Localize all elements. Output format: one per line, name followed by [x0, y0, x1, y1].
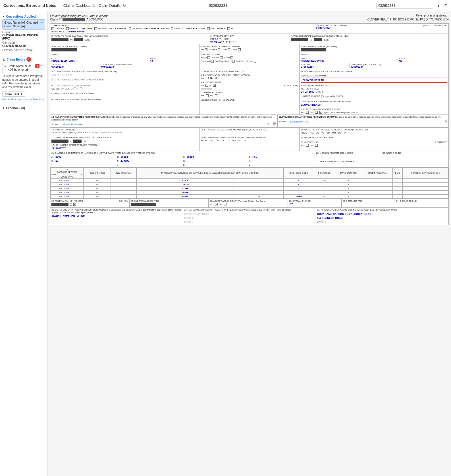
cell-section2: 2. PATIENT'S NAME (Last Name, First Name…	[50, 34, 209, 44]
form-row-4: 9. OTHER INSURED'S NAME (Last Name, Firs…	[50, 69, 448, 115]
s29-label: 29. $ AMOUNT PAID	[343, 200, 394, 202]
field-link-primary-insurance[interactable]: PrimaryInsurance.GroupName →	[2, 98, 45, 101]
form-row-14-16: 14. DATE OF CURRENT ILLNESS (First Sympt…	[50, 128, 448, 135]
other-id-label: ID	[230, 27, 233, 30]
relationship-row: Self X Spouse Child	[201, 48, 298, 51]
s10b-boxes: Yes No X	[201, 84, 216, 87]
s20-boxes: Yes No	[301, 144, 447, 147]
show-field-label: Show Field	[5, 92, 19, 95]
champus-label-item: CHAMPUS	[81, 27, 92, 30]
s21-g-label: G	[183, 160, 185, 162]
other-status-item[interactable]: Other	[224, 56, 233, 59]
s21-b: B Z6823	[117, 155, 182, 158]
section9-name-fields: Last First MI Suffix	[51, 74, 198, 76]
funnel-icon[interactable]: ⚗	[444, 3, 448, 8]
s22b-cell: ORIGINAL REF. NO.	[382, 152, 447, 158]
section5-label: 5. PATIENT'S ADDRESS (No. Street)	[51, 45, 198, 48]
s17b-label: 17b. ID NUMBER OF REFERRING PHYSICIAN	[51, 144, 198, 146]
section8-label: 8. PATIENT STATUS	[201, 53, 298, 56]
error-description: This payer does not allow group names to…	[2, 74, 45, 89]
s10b-yes: Yes	[201, 84, 204, 87]
show-field-button[interactable]: Show Field ▼	[2, 91, 25, 97]
city-cell: CITY RIDGEFIELD PARK	[51, 57, 148, 62]
calendar-icon-12[interactable]: 📅	[272, 122, 276, 126]
filter-icon[interactable]: ▼	[437, 3, 440, 8]
champus-label: CHAMPUS	[81, 27, 92, 30]
s11d-x-box: X	[319, 111, 322, 114]
medicare-checkbox[interactable]: X Medicare	[51, 27, 64, 30]
employed-item[interactable]: Employed	[201, 60, 214, 63]
s11c-label: c. INSURANCE PLAN NAME OR PROGRAM NAME	[301, 100, 447, 103]
correction-item-group-name[interactable]: Group Name [A]: Changed Group Name [A] ▲	[2, 19, 45, 30]
fulltime-item[interactable]: Full-Time Student	[215, 60, 235, 63]
main-content: FinMed processing status: Claim is clean…	[48, 11, 451, 476]
s21-k-label: K	[183, 164, 184, 166]
section12-label: 12. PATIENT'S OR AUTHORIZED PERSON'S SIG…	[51, 116, 276, 121]
svc-days-1: 1	[335, 182, 362, 186]
refresh-icon[interactable]: ↻	[123, 3, 126, 8]
s11a-dd-val: 03	[305, 90, 307, 93]
state-dropdown[interactable]	[201, 88, 212, 90]
s11a-mm: MM	[301, 88, 304, 90]
service-table-body: 05 17 2023 11 93000 A 50 1 05 17 2023 11…	[51, 178, 448, 198]
section9-label: 9. OTHER INSURED'S NAME (Last Name, Firs…	[51, 70, 198, 73]
section7-address	[301, 48, 447, 52]
errors-chevron-icon: ▲	[2, 58, 5, 61]
married-item[interactable]: Married	[212, 56, 223, 59]
corrections-applied-header[interactable]: ▲ Corrections Applied	[2, 14, 45, 19]
parttime-item[interactable]: Part-Time Student	[236, 60, 256, 63]
sex-m-label: M	[226, 41, 228, 43]
col-g-header: DAYS OR UNITS	[335, 167, 362, 178]
feedback-header[interactable]: ▼ Feedback (0)	[2, 105, 45, 111]
s9b-yy: YY	[61, 88, 64, 90]
svc-type-0	[111, 178, 137, 182]
s32-line3: Street 2	[184, 220, 314, 224]
form-row-signatures: 12. PATIENT'S OR AUTHORIZED PERSON'S SIG…	[50, 115, 448, 128]
s9c-label: c. EMPLOYER'S NAME OR SCHOOL NAME	[51, 92, 198, 95]
svc-epsdt-3	[362, 190, 393, 194]
self-label: Self	[201, 48, 205, 51]
feca-ssn-item: SSN	[207, 27, 215, 30]
cell-section3: 3. PATIENT'S BIRTHDAY MM DD YY SEX 04 03…	[209, 34, 290, 44]
edit-icon-12[interactable]: ✎	[267, 122, 270, 126]
svc-type-4	[111, 194, 137, 198]
patient-zip: 076602234	[51, 65, 64, 68]
child-item[interactable]: Child	[222, 48, 230, 51]
s10a-no: No	[210, 77, 213, 79]
s21-l: L	[249, 163, 314, 166]
other-rel-item[interactable]: Other	[232, 48, 241, 51]
claim-errors-header[interactable]: ▲ Claim Errors 1	[2, 56, 45, 63]
edit-icon-13[interactable]: ✎	[444, 120, 447, 124]
payer-status-label: Payer processing status: -	[367, 14, 449, 18]
self-checkbox: X	[205, 48, 207, 51]
dates-service-header: DATES OF SERVICE	[51, 171, 82, 173]
cell-section4: 4. INSURED'S NAME (Last Name, First Name…	[290, 34, 448, 44]
self-item[interactable]: Self X	[201, 48, 208, 51]
claim-id-masked	[63, 18, 85, 21]
s10b-state-select[interactable]	[201, 88, 298, 90]
claim-errors-section: ▲ Claim Errors 1 ● Group Name must NOT b…	[2, 56, 45, 101]
s21-c-label: C	[183, 156, 185, 158]
spouse-item[interactable]: Spouse	[209, 48, 220, 51]
s11a-mm-val: 04	[301, 90, 304, 93]
insured-zip-cell: ZIP CODE 076602234	[301, 63, 349, 68]
s9b-fields: MM DD YY SEX M F	[51, 88, 198, 90]
claim-search-box[interactable]: 632632381	[376, 3, 433, 9]
form-row-2: 2. PATIENT'S NAME (Last Name, First Name…	[50, 34, 448, 44]
medicaid-checkbox-box	[66, 27, 69, 30]
s22-label: 22. MEDICAL RESUBMISSION CODE	[316, 152, 381, 154]
finmed-status-text: FinMed processing status: Claim is clean…	[50, 14, 108, 18]
single-item[interactable]: Single	[201, 56, 210, 59]
form-row-25-30: 25. FEDERAL TAX I.D. NUMBER SSN EIN X	[50, 199, 448, 208]
s25-fields: X	[51, 203, 128, 206]
error-expand-icon[interactable]: ▼	[41, 64, 43, 67]
s25-ein-label: EIN	[124, 200, 128, 202]
s27-no-box	[224, 203, 226, 205]
s25-label: 25. FEDERAL TAX I.D. NUMBER	[51, 200, 83, 202]
other-rel-checkbox	[238, 48, 241, 51]
parttime-label: Part-Time Student	[236, 60, 253, 63]
medicaid-checkbox[interactable]: Medicaid	[66, 27, 78, 30]
s22-value: 1	[316, 155, 381, 158]
s21-g: G	[183, 159, 248, 162]
svc-place-0: 11	[84, 178, 111, 182]
